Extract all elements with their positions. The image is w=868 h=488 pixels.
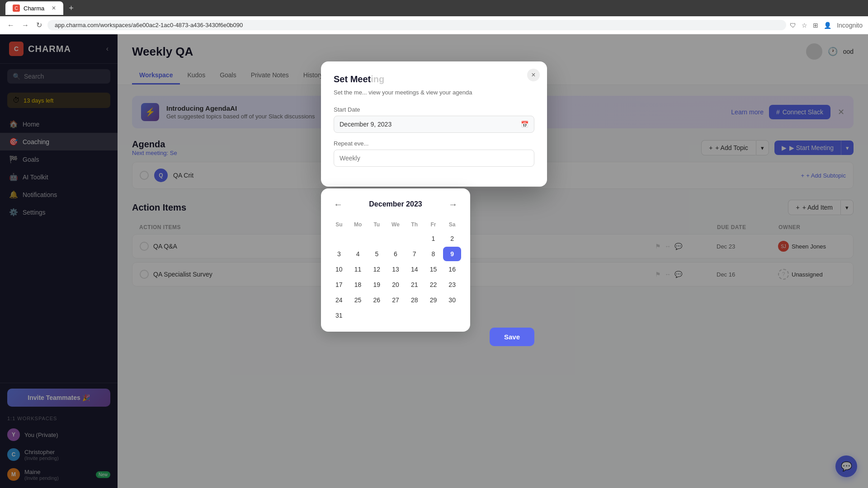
set-meeting-modal: × Set Meeting Set the me... view your me… [321, 61, 547, 187]
cal-day-29[interactable]: 29 [425, 293, 443, 307]
cal-day-empty [387, 308, 405, 323]
cal-day-30[interactable]: 30 [443, 293, 461, 307]
modal-overlay: × Set Meeting Set the me... view your me… [0, 34, 868, 488]
calendar-next-btn[interactable]: → [445, 197, 461, 211]
tab-close-btn[interactable]: ✕ [52, 5, 56, 11]
cal-day-23[interactable]: 23 [443, 277, 461, 292]
modal-subtitle: Set the me... view your meetings & view … [334, 88, 534, 97]
modal-wrapper: × Set Meeting Set the me... view your me… [321, 61, 547, 346]
forward-btn[interactable]: → [20, 19, 31, 31]
browser-bar: ← → ↻ app.charma.com/workspaces/a6e00ac2… [0, 16, 868, 34]
refresh-btn[interactable]: ↻ [34, 19, 44, 31]
repeat-field: Repeat eve... [334, 140, 534, 167]
cal-day-27[interactable]: 27 [387, 293, 405, 307]
cal-day-empty [368, 308, 386, 323]
modal-save-button[interactable]: Save [490, 328, 534, 346]
cal-day-15[interactable]: 15 [425, 262, 443, 277]
day-header-we: We [387, 219, 405, 230]
cal-day-18[interactable]: 18 [349, 277, 367, 292]
browser-actions: 🛡 ☆ ⊞ 👤 Incognito [790, 22, 863, 29]
browser-tab[interactable]: C Charma ✕ [5, 1, 63, 15]
cal-day-13[interactable]: 13 [387, 262, 405, 277]
cal-day-2[interactable]: 2 [443, 231, 461, 246]
calendar-month: December 2023 [369, 200, 422, 208]
cal-day-7[interactable]: 7 [406, 247, 424, 261]
cal-day-22[interactable]: 22 [425, 277, 443, 292]
cal-day-empty [406, 231, 424, 246]
cal-day-17[interactable]: 17 [330, 277, 348, 292]
browser-chrome: C Charma ✕ + [0, 0, 868, 16]
calendar-prev-btn[interactable]: ← [330, 197, 346, 211]
cal-day-21[interactable]: 21 [406, 277, 424, 292]
cal-day-empty [349, 231, 367, 246]
profile-icon[interactable]: 👤 [824, 22, 831, 29]
day-header-mo: Mo [349, 219, 367, 230]
cal-day-empty [330, 231, 348, 246]
day-header-su: Su [330, 219, 348, 230]
calendar: ← December 2023 → Su Mo Tu We Th Fr Sa [321, 188, 470, 332]
cal-day-16[interactable]: 16 [443, 262, 461, 277]
day-header-tu: Tu [368, 219, 386, 230]
cal-day-20[interactable]: 20 [387, 277, 405, 292]
cal-day-10[interactable]: 10 [330, 262, 348, 277]
cal-day-empty [387, 231, 405, 246]
cal-day-24[interactable]: 24 [330, 293, 348, 307]
cal-day-26[interactable]: 26 [368, 293, 386, 307]
modal-close-btn[interactable]: × [527, 69, 540, 81]
incognito-label: Incognito [837, 22, 863, 29]
cal-day-empty [425, 308, 443, 323]
start-date-field: Start Date December 9, 2023 📅 [334, 106, 534, 133]
modal-title: Set Meeting [334, 74, 534, 84]
cal-day-empty [443, 308, 461, 323]
calendar-icon: 📅 [521, 121, 528, 128]
date-display[interactable]: December 9, 2023 📅 [334, 116, 534, 133]
url-bar[interactable]: app.charma.com/workspaces/a6e00ac2-1ac0-… [47, 20, 786, 30]
start-date-label: Start Date [334, 106, 534, 113]
url-text: app.charma.com/workspaces/a6e00ac2-1ac0-… [55, 22, 243, 28]
cal-day-19[interactable]: 19 [368, 277, 386, 292]
cal-day-31[interactable]: 31 [330, 308, 348, 323]
cal-day-1[interactable]: 1 [425, 231, 443, 246]
settings-icon[interactable]: ⊞ [813, 22, 818, 29]
back-btn[interactable]: ← [5, 19, 16, 31]
cal-day-empty [349, 308, 367, 323]
cal-day-14[interactable]: 14 [406, 262, 424, 277]
calendar-header: ← December 2023 → [330, 197, 461, 211]
new-tab-btn[interactable]: + [69, 4, 74, 13]
calendar-grid: Su Mo Tu We Th Fr Sa 1 2 3 [330, 219, 461, 323]
cal-day-empty [368, 231, 386, 246]
day-header-sa: Sa [443, 219, 461, 230]
cal-day-3[interactable]: 3 [330, 247, 348, 261]
repeat-input[interactable] [334, 150, 534, 167]
cal-day-9[interactable]: 9 [443, 247, 461, 261]
repeat-label: Repeat eve... [334, 140, 534, 147]
extension-icon[interactable]: 🛡 [790, 22, 796, 29]
day-header-fr: Fr [425, 219, 443, 230]
cal-day-8[interactable]: 8 [425, 247, 443, 261]
day-header-th: Th [406, 219, 424, 230]
cal-day-empty [406, 308, 424, 323]
cal-day-25[interactable]: 25 [349, 293, 367, 307]
bookmark-icon[interactable]: ☆ [802, 22, 807, 29]
cal-day-6[interactable]: 6 [387, 247, 405, 261]
cal-day-28[interactable]: 28 [406, 293, 424, 307]
cal-day-5[interactable]: 5 [368, 247, 386, 261]
date-value: December 9, 2023 [340, 121, 392, 128]
tab-title: Charma [24, 5, 44, 12]
tab-favicon: C [13, 5, 20, 12]
cal-day-11[interactable]: 11 [349, 262, 367, 277]
cal-day-12[interactable]: 12 [368, 262, 386, 277]
cal-day-4[interactable]: 4 [349, 247, 367, 261]
